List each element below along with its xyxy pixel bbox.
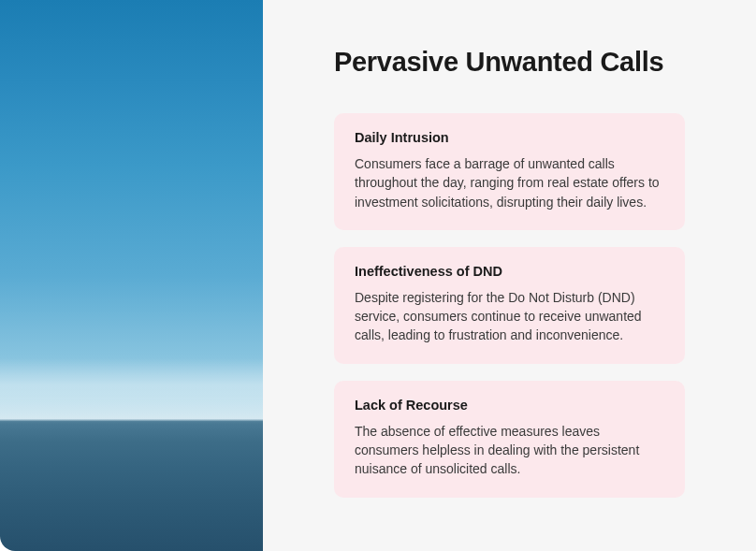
card-body: Despite registering for the Do Not Distu… bbox=[355, 288, 664, 345]
info-card: Daily Intrusion Consumers face a barrage… bbox=[334, 113, 685, 230]
hero-image bbox=[0, 0, 263, 551]
info-card: Lack of Recourse The absence of effectiv… bbox=[334, 381, 685, 498]
content-panel: Pervasive Unwanted Calls Daily Intrusion… bbox=[263, 0, 756, 551]
card-title: Lack of Recourse bbox=[355, 398, 664, 413]
page-title: Pervasive Unwanted Calls bbox=[334, 47, 685, 78]
card-body: Consumers face a barrage of unwanted cal… bbox=[355, 154, 664, 211]
card-title: Daily Intrusion bbox=[355, 130, 664, 145]
slide-container: Pervasive Unwanted Calls Daily Intrusion… bbox=[0, 0, 756, 551]
info-card: Ineffectiveness of DND Despite registeri… bbox=[334, 247, 685, 364]
card-title: Ineffectiveness of DND bbox=[355, 264, 664, 279]
card-body: The absence of effective measures leaves… bbox=[355, 422, 664, 479]
